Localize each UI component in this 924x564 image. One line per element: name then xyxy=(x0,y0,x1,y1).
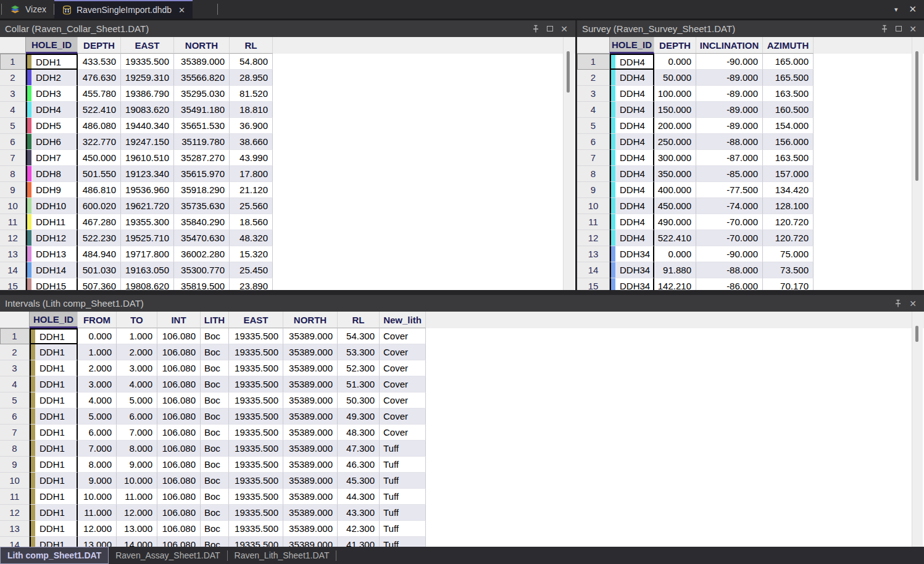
row-number[interactable]: 6 xyxy=(0,408,30,425)
grid-cell[interactable]: 35300.770 xyxy=(174,262,230,278)
grid-cell[interactable]: 128.100 xyxy=(763,198,814,214)
grid-cell[interactable]: 350.000 xyxy=(654,166,696,182)
grid-cell[interactable]: 106.080 xyxy=(157,376,201,392)
survey-vertical-scrollbar[interactable] xyxy=(912,37,923,290)
grid-cell[interactable]: 35389.000 xyxy=(283,344,338,360)
grid-cell[interactable]: DDH9 xyxy=(26,182,78,198)
grid-cell[interactable]: 35651.530 xyxy=(174,118,230,134)
column-header-depth[interactable]: DEPTH xyxy=(78,37,121,54)
grid-cell[interactable]: Tuff xyxy=(380,521,426,537)
grid-cell[interactable]: 165.500 xyxy=(763,70,814,86)
grid-cell[interactable]: DDH1 xyxy=(30,473,78,489)
row-number[interactable]: 10 xyxy=(0,198,26,214)
grid-cell[interactable]: 490.000 xyxy=(654,214,696,230)
grid-cell[interactable]: DDH1 xyxy=(26,54,78,70)
grid-cell[interactable]: 19610.510 xyxy=(121,150,174,166)
row-number[interactable]: 13 xyxy=(0,521,30,537)
grid-corner[interactable] xyxy=(0,312,30,328)
grid-cell[interactable]: 25.450 xyxy=(230,262,273,278)
grid-cell[interactable]: 10.000 xyxy=(117,473,157,489)
grid-cell[interactable]: 11.000 xyxy=(78,505,117,521)
grid-cell[interactable]: -70.000 xyxy=(696,230,763,246)
column-header-east[interactable]: EAST xyxy=(121,37,174,54)
grid-cell[interactable]: 106.080 xyxy=(157,392,201,408)
grid-cell[interactable]: 3.000 xyxy=(78,376,117,392)
grid-cell[interactable]: 50.000 xyxy=(654,70,696,86)
grid-cell[interactable]: DDH34 xyxy=(610,246,654,262)
grid-cell[interactable]: 106.080 xyxy=(157,344,201,360)
grid-cell[interactable]: DDH1 xyxy=(30,376,78,392)
row-number[interactable]: 6 xyxy=(0,134,26,150)
grid-cell[interactable]: DDH15 xyxy=(26,278,78,290)
row-number[interactable]: 5 xyxy=(577,118,610,134)
grid-cell[interactable]: 19259.310 xyxy=(121,70,174,86)
grid-cell[interactable]: DDH8 xyxy=(26,166,78,182)
grid-cell[interactable]: DDH4 xyxy=(610,54,654,70)
grid-cell[interactable]: DDH7 xyxy=(26,150,78,166)
grid-cell[interactable]: DDH1 xyxy=(30,537,78,547)
grid-cell[interactable]: 106.080 xyxy=(157,473,201,489)
grid-cell[interactable]: Cover xyxy=(380,425,426,441)
grid-cell[interactable]: 134.420 xyxy=(763,182,814,198)
grid-cell[interactable]: 35918.290 xyxy=(174,182,230,198)
sheet-tab-raven-lith[interactable]: Raven_Lith_Sheet1.DAT xyxy=(228,547,336,564)
chevron-down-icon[interactable]: ▾ xyxy=(894,6,898,14)
grid-cell[interactable]: 18.560 xyxy=(230,214,273,230)
grid-cell[interactable]: 106.080 xyxy=(157,441,201,457)
grid-cell[interactable]: DDH4 xyxy=(610,230,654,246)
grid-cell[interactable]: 35389.000 xyxy=(283,505,338,521)
grid-cell[interactable]: 0.000 xyxy=(654,54,696,70)
grid-cell[interactable]: 19536.960 xyxy=(121,182,174,198)
grid-cell[interactable]: DDH6 xyxy=(26,134,78,150)
grid-cell[interactable]: DDH34 xyxy=(610,262,654,278)
close-icon[interactable]: ✕ xyxy=(560,25,568,33)
row-number[interactable]: 2 xyxy=(0,70,26,86)
row-number[interactable]: 5 xyxy=(0,118,26,134)
grid-cell[interactable]: 142.210 xyxy=(654,278,696,290)
grid-cell[interactable]: 35389.000 xyxy=(283,537,338,547)
grid-cell[interactable]: 45.300 xyxy=(338,473,380,489)
row-number[interactable]: 4 xyxy=(577,102,610,118)
grid-cell[interactable]: DDH14 xyxy=(26,262,78,278)
grid-cell[interactable]: 19335.500 xyxy=(229,408,283,425)
grid-cell[interactable]: 43.990 xyxy=(230,150,273,166)
grid-cell[interactable]: 19335.500 xyxy=(229,392,283,408)
grid-cell[interactable]: 0.000 xyxy=(78,328,117,344)
grid-cell[interactable]: 5.000 xyxy=(117,392,157,408)
grid-cell[interactable]: 15.320 xyxy=(230,246,273,262)
column-header-rl[interactable]: RL xyxy=(230,37,273,54)
grid-cell[interactable]: 35735.630 xyxy=(174,198,230,214)
column-header-inclination[interactable]: INCLINATION xyxy=(696,37,763,54)
grid-cell[interactable]: 2.000 xyxy=(117,344,157,360)
grid-cell[interactable]: -87.000 xyxy=(696,150,763,166)
row-number[interactable]: 7 xyxy=(0,150,26,166)
grid-cell[interactable]: Boc xyxy=(201,489,229,505)
grid-cell[interactable]: 19335.500 xyxy=(229,376,283,392)
grid-cell[interactable]: 13.000 xyxy=(78,537,117,547)
grid-cell[interactable]: DDH10 xyxy=(26,198,78,214)
grid-cell[interactable]: DDH12 xyxy=(26,230,78,246)
grid-cell[interactable]: 35389.000 xyxy=(174,54,230,70)
grid-cell[interactable]: Tuff xyxy=(380,457,426,473)
pin-icon[interactable] xyxy=(894,299,902,308)
grid-cell[interactable]: 46.300 xyxy=(338,457,380,473)
grid-cell[interactable]: 0.000 xyxy=(654,246,696,262)
grid-cell[interactable]: 75.000 xyxy=(763,246,814,262)
grid-cell[interactable]: 322.770 xyxy=(78,134,121,150)
grid-cell[interactable]: DDH1 xyxy=(30,521,78,537)
grid-cell[interactable]: 9.000 xyxy=(117,457,157,473)
grid-cell[interactable]: 160.500 xyxy=(763,102,814,118)
grid-cell[interactable]: Cover xyxy=(380,392,426,408)
grid-cell[interactable]: 41.300 xyxy=(338,537,380,547)
column-header-hole_id[interactable]: HOLE_ID xyxy=(610,37,654,54)
row-number[interactable]: 2 xyxy=(0,344,30,360)
row-number[interactable]: 12 xyxy=(0,505,30,521)
grid-cell[interactable]: DDH4 xyxy=(610,86,654,102)
row-number[interactable]: 14 xyxy=(0,262,26,278)
grid-cell[interactable]: 150.000 xyxy=(654,102,696,118)
grid-cell[interactable]: 19386.790 xyxy=(121,86,174,102)
grid-cell[interactable]: -90.000 xyxy=(696,54,763,70)
grid-cell[interactable]: 157.000 xyxy=(763,166,814,182)
grid-cell[interactable]: 48.300 xyxy=(338,425,380,441)
grid-cell[interactable]: 10.000 xyxy=(78,489,117,505)
